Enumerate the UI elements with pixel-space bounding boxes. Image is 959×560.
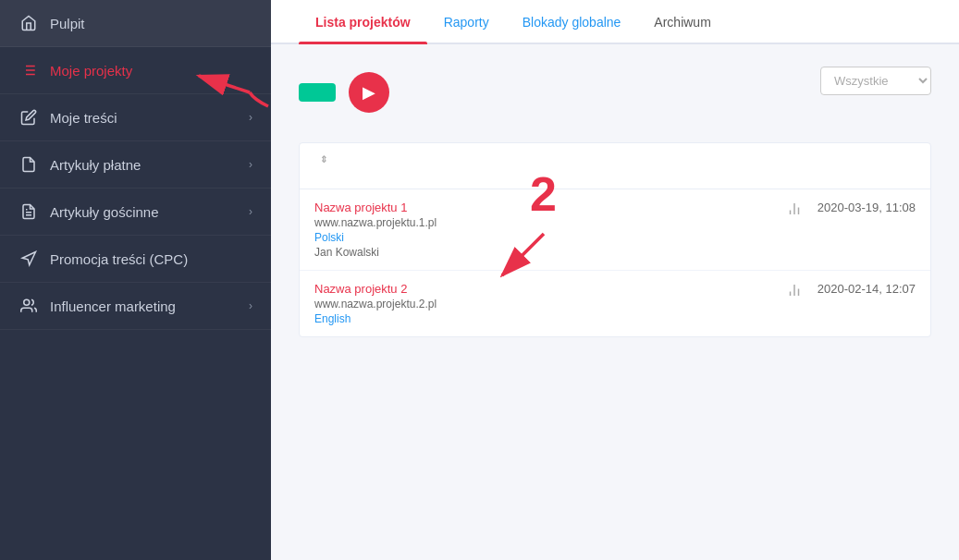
document2-icon — [18, 201, 39, 222]
sidebar-label-influencer-marketing: Influencer marketing — [50, 298, 176, 314]
edit-icon — [18, 107, 39, 128]
row-stats-icon-0[interactable] — [771, 201, 818, 217]
table-header: ⇕ — [300, 143, 930, 189]
chevron-right-icon: › — [249, 111, 252, 124]
play-button[interactable]: ▶ — [349, 72, 389, 113]
sidebar-label-promocja-tresci: Promocja treści (CPC) — [50, 251, 188, 267]
sidebar-item-influencer-marketing[interactable]: Influencer marketing› — [0, 283, 271, 330]
sidebar-label-moje-projekty: Moje projekty — [50, 63, 132, 79]
row-owner-0: Jan Kowalski — [314, 246, 771, 259]
row-info-1: Nazwa projektu 2 www.nazwa.projektu.2.pl… — [314, 282, 771, 325]
main-content: Lista projektówRaportyBlokady globalneAr… — [271, 0, 959, 560]
svg-point-8 — [24, 299, 30, 305]
sidebar-item-artykuly-platne[interactable]: Artykuły płatne› — [0, 141, 271, 189]
sort-icon: ⇕ — [320, 154, 327, 164]
megaphone-icon — [18, 249, 39, 269]
sidebar: PulpitMoje projektyMoje treści›Artykuły … — [0, 0, 271, 560]
tabs-bar: Lista projektówRaportyBlokady globalneAr… — [271, 0, 959, 44]
row-lang-1: English — [314, 312, 771, 325]
tab-blokady-globalne[interactable]: Blokady globalne — [506, 0, 638, 43]
users-icon — [18, 296, 39, 316]
row-url-1: www.nazwa.projektu.2.pl — [314, 298, 771, 310]
list-icon — [18, 60, 39, 80]
sidebar-label-pulpit: Pulpit — [50, 16, 85, 31]
lang-select[interactable]: Wszystkie — [820, 67, 931, 95]
sidebar-label-moje-tresci: Moje treści — [50, 110, 117, 126]
row-date-1: 2020-02-14, 12:07 — [818, 282, 916, 296]
chevron-right-icon: › — [249, 158, 252, 171]
row-name-1[interactable]: Nazwa projektu 2 — [314, 282, 771, 296]
row-stats-icon-1[interactable] — [771, 282, 818, 298]
chevron-right-icon: › — [249, 299, 252, 312]
sidebar-item-artykuly-goscinne[interactable]: Artykuły gościnne› — [0, 189, 271, 236]
row-info-0: Nazwa projektu 1 www.nazwa.projektu.1.pl… — [314, 201, 771, 259]
add-project-button[interactable] — [299, 83, 336, 102]
sidebar-item-promocja-tresci[interactable]: Promocja treści (CPC) — [0, 236, 271, 283]
chevron-right-icon: › — [249, 205, 252, 218]
tab-lista-projektow[interactable]: Lista projektów — [299, 0, 427, 43]
sidebar-label-artykuly-platne: Artykuły płatne — [50, 157, 141, 173]
sidebar-item-pulpit[interactable]: Pulpit — [0, 0, 271, 47]
tab-archiwum[interactable]: Archiwum — [637, 0, 727, 43]
table-row: Nazwa projektu 2 www.nazwa.projektu.2.pl… — [300, 271, 930, 336]
tab-raporty[interactable]: Raporty — [427, 0, 506, 43]
row-url-0: www.nazwa.projektu.1.pl — [314, 216, 771, 229]
row-date-0: 2020-03-19, 11:08 — [818, 201, 916, 214]
document-icon — [18, 154, 39, 175]
sidebar-item-moje-projekty[interactable]: Moje projekty — [0, 47, 271, 94]
row-lang-0: Polski — [314, 231, 771, 244]
sidebar-label-artykuly-goscinne: Artykuły gościnne — [50, 204, 159, 220]
table-row: Nazwa projektu 1 www.nazwa.projektu.1.pl… — [300, 189, 930, 271]
row-name-0[interactable]: Nazwa projektu 1 — [314, 201, 771, 214]
content-area: ▶ Wszystkie ⇕ — [271, 44, 959, 560]
sidebar-item-moje-tresci[interactable]: Moje treści› — [0, 94, 271, 141]
home-icon — [18, 13, 39, 33]
projects-table: ⇕ Nazwa projektu 1 www.nazwa.projektu.1.… — [299, 142, 931, 337]
